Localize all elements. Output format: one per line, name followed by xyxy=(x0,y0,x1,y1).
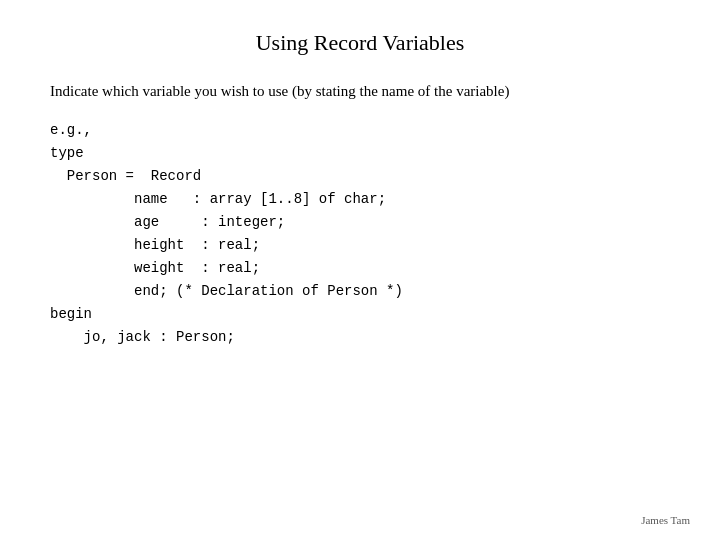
name-field-line: name : array [1..8] of char; xyxy=(50,188,670,211)
page-container: Using Record Variables Indicate which va… xyxy=(0,0,720,540)
page-title: Using Record Variables xyxy=(50,30,670,56)
eg-label: e.g., xyxy=(50,119,670,142)
intro-text: Indicate which variable you wish to use … xyxy=(50,80,670,103)
var-line: jo, jack : Person; xyxy=(50,326,670,349)
footer-author: James Tam xyxy=(641,514,690,526)
type-line: type xyxy=(50,142,670,165)
person-record-line: Person = Record xyxy=(50,165,670,188)
end-line: end; (* Declaration of Person *) xyxy=(50,280,670,303)
weight-field-line: weight : real; xyxy=(50,257,670,280)
height-field-line: height : real; xyxy=(50,234,670,257)
begin-line: begin xyxy=(50,303,670,326)
code-block: e.g., type Person = Record name : array … xyxy=(50,119,670,350)
age-field-line: age : integer; xyxy=(50,211,670,234)
